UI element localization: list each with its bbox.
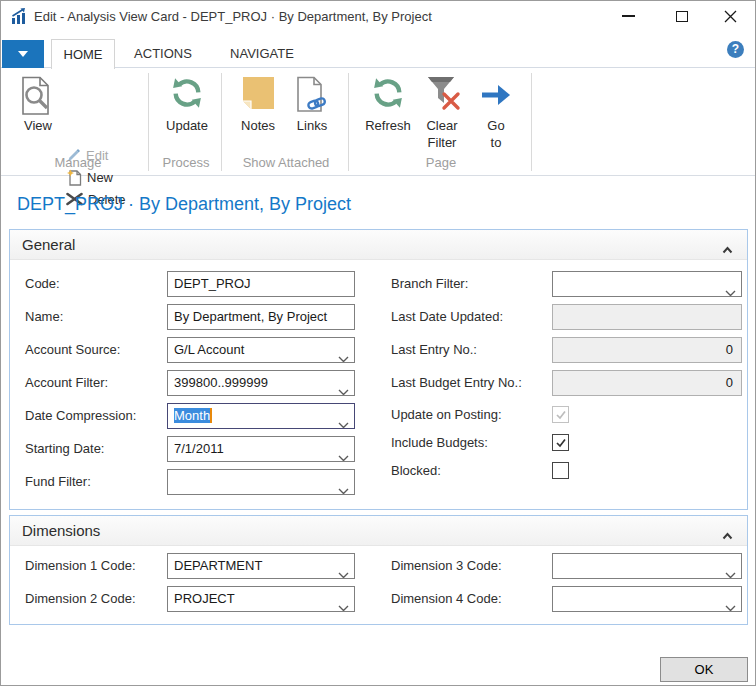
update-icon: [160, 76, 214, 116]
blocked-label: Blocked:: [391, 462, 549, 479]
update-label: Update: [160, 118, 214, 133]
name-label: Name:: [25, 304, 170, 330]
last-entry-no-field: 0: [552, 337, 742, 363]
blocked-checkbox[interactable]: [552, 462, 569, 479]
view-button[interactable]: View: [15, 76, 61, 133]
account-filter-value: 399800..999999: [174, 375, 268, 390]
last-budget-entry-no-label: Last Budget Entry No.:: [391, 370, 549, 396]
update-on-posting-label: Update on Posting:: [391, 406, 549, 423]
ribbon-separator: [221, 73, 222, 171]
text-caret: [210, 408, 212, 423]
chevron-up-icon[interactable]: [722, 526, 733, 544]
dimensions-fasttab: Dimensions Dimension 1 Code: DEPARTMENT …: [9, 515, 748, 625]
clear-filter-icon: [417, 76, 467, 116]
tab-actions[interactable]: ACTIONS: [130, 39, 196, 68]
general-fasttab-title: General: [22, 230, 75, 259]
check-icon: [555, 437, 567, 449]
dimensions-fasttab-title: Dimensions: [22, 516, 100, 545]
chevron-down-icon[interactable]: [338, 413, 349, 429]
links-label: Links: [289, 118, 335, 133]
general-fasttab: General Code: DEPT_PROJ Name: By Departm…: [9, 229, 748, 510]
chevron-down-icon: [18, 51, 28, 57]
dimension-1-code-combo[interactable]: DEPARTMENT: [167, 553, 355, 579]
ok-button[interactable]: OK: [660, 657, 748, 682]
chevron-down-icon[interactable]: [338, 596, 349, 612]
update-button[interactable]: Update: [160, 76, 214, 133]
date-compression-combo[interactable]: Month: [167, 403, 355, 429]
clear-filter-label-line2: Filter: [417, 135, 467, 150]
go-to-label-line2: to: [473, 135, 519, 150]
ribbon-separator: [348, 73, 349, 171]
help-button[interactable]: ?: [727, 41, 744, 58]
new-button[interactable]: New: [66, 168, 113, 186]
last-date-updated-field: [552, 304, 742, 330]
go-to-button[interactable]: Go to: [473, 76, 519, 150]
starting-date-combo[interactable]: 7/1/2011: [167, 436, 355, 462]
application-menu-button[interactable]: [2, 40, 44, 68]
maximize-icon: [676, 11, 688, 22]
title-bar: Edit - Analysis View Card - DEPT_PROJ · …: [1, 1, 755, 31]
close-button[interactable]: [707, 1, 753, 31]
fund-filter-combo[interactable]: [167, 469, 355, 495]
refresh-icon: [361, 76, 415, 116]
account-filter-label: Account Filter:: [25, 370, 170, 396]
chevron-down-icon[interactable]: [338, 380, 349, 396]
dimensions-fasttab-header[interactable]: Dimensions: [10, 516, 747, 546]
fund-filter-label: Fund Filter:: [25, 469, 170, 495]
last-entry-no-value: 0: [726, 342, 733, 357]
view-icon: [15, 76, 61, 116]
account-source-label: Account Source:: [25, 337, 170, 363]
minimize-button[interactable]: [605, 1, 651, 31]
starting-date-value: 7/1/2011: [174, 441, 224, 456]
links-button[interactable]: Links: [289, 76, 335, 133]
chevron-down-icon[interactable]: [338, 446, 349, 462]
clear-filter-label-line1: Clear: [417, 118, 467, 133]
include-budgets-checkbox[interactable]: [552, 434, 569, 451]
clear-filter-button[interactable]: Clear Filter: [417, 76, 467, 150]
dimension-2-code-label: Dimension 2 Code:: [25, 586, 170, 612]
chevron-down-icon[interactable]: [725, 563, 736, 579]
starting-date-label: Starting Date:: [25, 436, 170, 462]
refresh-label: Refresh: [361, 118, 415, 133]
chevron-down-icon[interactable]: [338, 563, 349, 579]
branch-filter-label: Branch Filter:: [391, 271, 549, 297]
account-source-combo[interactable]: G/L Account: [167, 337, 355, 363]
dimension-2-code-combo[interactable]: PROJECT: [167, 586, 355, 612]
dimension-3-code-combo[interactable]: [552, 553, 742, 579]
chevron-up-icon[interactable]: [722, 240, 733, 258]
last-budget-entry-no-field: 0: [552, 370, 742, 396]
chevron-down-icon[interactable]: [725, 281, 736, 297]
date-compression-label: Date Compression:: [25, 403, 170, 429]
last-date-updated-label: Last Date Updated:: [391, 304, 549, 330]
ribbon: View Edit New Delete Manage: [1, 68, 755, 176]
go-to-label-line1: Go: [473, 118, 519, 133]
branch-filter-combo[interactable]: [552, 271, 742, 297]
chevron-down-icon[interactable]: [338, 479, 349, 495]
ribbon-separator: [148, 73, 149, 171]
name-field[interactable]: By Department, By Project: [167, 304, 355, 330]
group-label-page: Page: [357, 155, 525, 170]
dimension-4-code-combo[interactable]: [552, 586, 742, 612]
tab-home[interactable]: HOME: [51, 39, 115, 69]
window-title: Edit - Analysis View Card - DEPT_PROJ · …: [34, 9, 432, 24]
dimension-4-code-label: Dimension 4 Code:: [391, 586, 549, 612]
dimension-2-code-value: PROJECT: [174, 591, 235, 606]
chevron-down-icon[interactable]: [725, 596, 736, 612]
analysis-view-card-window: Edit - Analysis View Card - DEPT_PROJ · …: [0, 0, 756, 686]
general-fasttab-header[interactable]: General: [10, 230, 747, 260]
refresh-button[interactable]: Refresh: [361, 76, 415, 133]
chevron-down-icon[interactable]: [338, 347, 349, 363]
code-field[interactable]: DEPT_PROJ: [167, 271, 355, 297]
group-label-manage: Manage: [15, 155, 141, 170]
maximize-button[interactable]: [659, 1, 705, 31]
date-compression-value: Month: [174, 408, 210, 423]
dimension-1-code-label: Dimension 1 Code:: [25, 553, 170, 579]
account-filter-combo[interactable]: 399800..999999: [167, 370, 355, 396]
new-label: New: [87, 170, 113, 185]
last-budget-entry-no-value: 0: [726, 375, 733, 390]
tab-navigate[interactable]: NAVIGATE: [215, 39, 309, 68]
new-document-icon: [66, 169, 82, 186]
notes-button[interactable]: Notes: [233, 76, 283, 133]
close-icon: [724, 10, 737, 23]
dimension-1-code-value: DEPARTMENT: [174, 558, 262, 573]
